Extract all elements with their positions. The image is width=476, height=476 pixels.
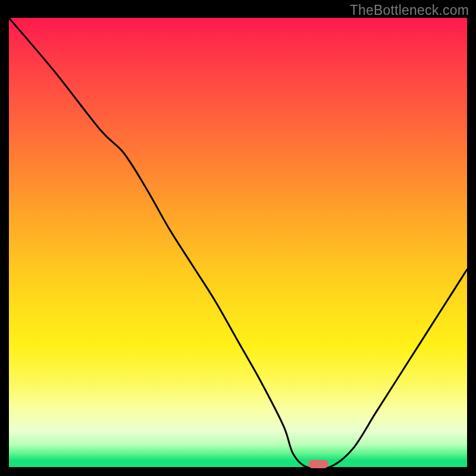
bottleneck-curve xyxy=(9,18,467,467)
plot-area xyxy=(9,18,467,467)
chart-frame: TheBottleneck.com xyxy=(0,0,476,476)
watermark-text: TheBottleneck.com xyxy=(350,2,469,18)
optimal-marker xyxy=(308,460,328,468)
